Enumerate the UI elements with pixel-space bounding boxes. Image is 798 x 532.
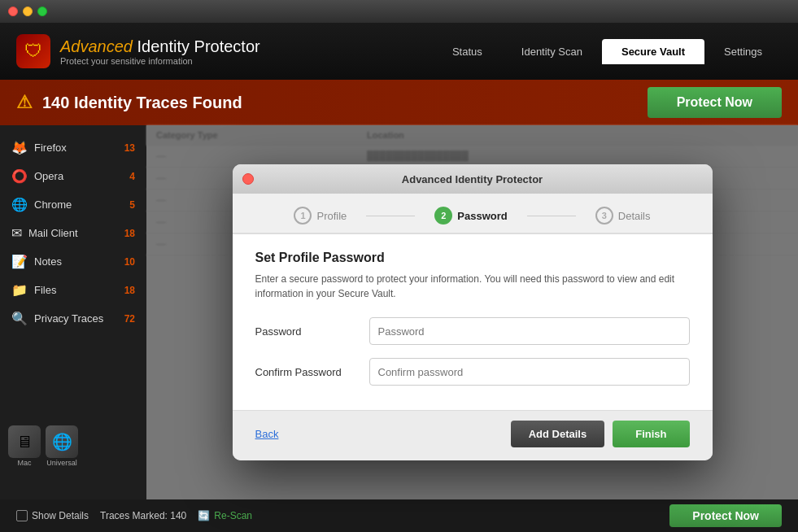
modal-dialog: Advanced Identity Protector 1 Profile 2 … [233, 164, 713, 460]
wizard-steps: 1 Profile 2 Password 3 Details [233, 194, 713, 234]
app-header: 🛡 Advanced Identity Protector Protect yo… [0, 23, 798, 80]
protect-now-button[interactable]: Protect Now [648, 87, 782, 118]
traces-marked-label: Traces Marked: 140 [100, 510, 186, 521]
main-area: 🦊 Firefox 13 ⭕ Opera 4 🌐 Chrome 5 ✉ Mail… [0, 125, 798, 499]
step-profile[interactable]: 1 Profile [274, 207, 366, 225]
sidebar-item-privacy-traces[interactable]: 🔍 Privacy Traces 72 [0, 304, 146, 333]
minimize-button[interactable] [23, 7, 33, 16]
password-label: Password [255, 325, 369, 338]
files-icon: 📁 [11, 282, 28, 298]
sidebar-item-chrome[interactable]: 🌐 Chrome 5 [0, 190, 146, 219]
sidebar: 🦊 Firefox 13 ⭕ Opera 4 🌐 Chrome 5 ✉ Mail… [0, 125, 146, 499]
modal-overlay: Advanced Identity Protector 1 Profile 2 … [146, 125, 798, 499]
tab-identity-scan[interactable]: Identity Scan [502, 39, 602, 64]
tab-secure-vault[interactable]: Secure Vault [602, 39, 704, 64]
sidebar-badge-privacy: 72 [124, 313, 135, 325]
step-password-circle: 2 [434, 207, 452, 225]
alert-message-area: ⚠ 140 Identity Traces Found [16, 92, 242, 113]
app-title-italic: Advanced [60, 37, 133, 55]
app-title-rest: Identity Protector [133, 37, 260, 55]
mac-label: Mac [8, 459, 41, 467]
back-link[interactable]: Back [255, 428, 279, 440]
maximize-button[interactable] [37, 7, 47, 16]
step-divider-2 [527, 216, 576, 216]
firefox-icon: 🦊 [11, 140, 28, 155]
sidebar-item-opera[interactable]: ⭕ Opera 4 [0, 162, 146, 190]
sidebar-label-files: Files [34, 284, 56, 296]
modal-footer: Back Add Details Finish [233, 410, 713, 460]
logo-text: Advanced Identity Protector Protect your… [60, 37, 260, 66]
tab-settings[interactable]: Settings [704, 39, 782, 64]
mail-icon: ✉ [11, 225, 22, 241]
step-details-label: Details [618, 210, 651, 222]
step-divider-1 [366, 216, 415, 216]
sidebar-item-files[interactable]: 📁 Files 18 [0, 276, 146, 304]
confirm-password-row: Confirm Password [255, 358, 690, 386]
sidebar-item-firefox[interactable]: 🦊 Firefox 13 [0, 133, 146, 162]
sidebar-label-opera: Opera [34, 170, 63, 182]
step-password[interactable]: 2 Password [415, 207, 526, 225]
bottom-protect-now-button[interactable]: Protect Now [669, 504, 782, 527]
opera-icon: ⭕ [11, 168, 28, 184]
content-area: Category Type Location —████████████████… [146, 125, 798, 499]
bottom-bar: Show Details Traces Marked: 140 🔄 Re-Sca… [0, 499, 798, 532]
alert-banner: ⚠ 140 Identity Traces Found Protect Now [0, 80, 798, 125]
warning-icon: ⚠ [16, 92, 33, 113]
logo-shield-icon: 🛡 [16, 34, 50, 68]
step-details-circle: 3 [595, 207, 613, 225]
dock-area: 🖥 Mac 🌐 Universal [8, 425, 78, 467]
privacy-icon: 🔍 [11, 311, 28, 326]
step-profile-circle: 1 [294, 207, 312, 225]
sidebar-badge-files: 18 [124, 285, 135, 296]
rescan-label: Re-Scan [214, 510, 252, 521]
sidebar-badge-mail: 18 [124, 228, 135, 239]
sidebar-item-notes[interactable]: 📝 Notes 10 [0, 247, 146, 276]
notes-icon: 📝 [11, 254, 28, 269]
show-details-checkbox[interactable] [16, 510, 28, 521]
show-details-checkbox-area[interactable]: Show Details [16, 510, 89, 521]
footer-buttons: Add Details Finish [511, 421, 690, 447]
tab-status[interactable]: Status [433, 39, 502, 64]
app-logo: 🛡 Advanced Identity Protector Protect yo… [16, 34, 260, 68]
password-row: Password [255, 317, 690, 345]
alert-message: 140 Identity Traces Found [42, 94, 242, 112]
rescan-icon: 🔄 [198, 510, 210, 521]
modal-close-button[interactable] [242, 173, 254, 185]
modal-title: Advanced Identity Protector [402, 173, 543, 185]
close-button[interactable] [8, 7, 18, 16]
modal-titlebar: Advanced Identity Protector [233, 164, 713, 194]
sidebar-badge-opera: 4 [129, 171, 135, 182]
step-profile-label: Profile [316, 210, 347, 222]
sidebar-label-privacy: Privacy Traces [34, 312, 103, 325]
confirm-password-label: Confirm Password [255, 366, 369, 378]
sidebar-badge-notes: 10 [124, 256, 135, 268]
dock-universal[interactable]: 🌐 Universal [46, 425, 78, 467]
app-title: Advanced Identity Protector [60, 37, 260, 56]
nav-tabs: Status Identity Scan Secure Vault Settin… [433, 39, 782, 64]
title-bar [0, 0, 798, 23]
sidebar-item-mail-client[interactable]: ✉ Mail Client 18 [0, 219, 146, 247]
app-subtitle: Protect your sensitive information [60, 56, 260, 66]
modal-body: Set Profile Password Enter a secure pass… [233, 234, 713, 410]
sidebar-badge-chrome: 5 [129, 199, 135, 211]
password-input[interactable] [369, 317, 690, 345]
mac-icon: 🖥 [8, 425, 41, 458]
finish-button[interactable]: Finish [613, 421, 689, 447]
show-details-label: Show Details [32, 510, 89, 521]
step-details[interactable]: 3 Details [576, 207, 670, 225]
rescan-button[interactable]: 🔄 Re-Scan [198, 510, 252, 521]
dock-mac[interactable]: 🖥 Mac [8, 425, 41, 467]
universal-icon: 🌐 [46, 425, 78, 458]
chrome-icon: 🌐 [11, 197, 28, 212]
confirm-password-input[interactable] [369, 358, 690, 386]
bottom-left: Show Details Traces Marked: 140 🔄 Re-Sca… [16, 510, 252, 521]
add-details-button[interactable]: Add Details [511, 421, 605, 447]
sidebar-label-firefox: Firefox [34, 142, 67, 154]
modal-section-desc: Enter a secure password to protect your … [255, 272, 690, 301]
sidebar-badge-firefox: 13 [124, 142, 135, 154]
sidebar-label-notes: Notes [34, 255, 62, 268]
sidebar-label-chrome: Chrome [34, 198, 72, 211]
universal-label: Universal [46, 459, 78, 467]
sidebar-label-mail: Mail Client [28, 227, 78, 239]
step-password-label: Password [457, 210, 507, 222]
